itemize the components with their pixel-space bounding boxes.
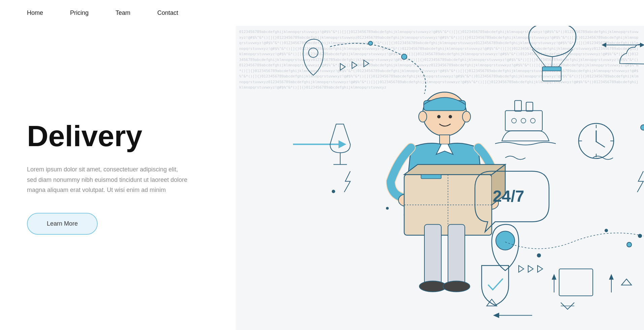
svg-point-70 [512, 119, 516, 123]
nav-contact[interactable]: Contact [157, 9, 178, 16]
svg-point-72 [530, 119, 535, 123]
svg-rect-13 [424, 225, 441, 285]
svg-line-24 [552, 57, 552, 67]
svg-rect-68 [515, 101, 521, 111]
svg-point-71 [521, 119, 526, 123]
svg-point-5 [462, 111, 471, 122]
svg-point-18 [401, 54, 407, 60]
svg-point-15 [419, 281, 446, 292]
svg-marker-66 [339, 140, 346, 148]
svg-point-96 [641, 125, 644, 130]
svg-point-4 [419, 111, 427, 122]
svg-line-25 [558, 50, 573, 67]
svg-marker-22 [364, 60, 369, 67]
svg-line-23 [532, 50, 546, 67]
right-panel: 0123456789abcdefghijklmnopqrstuvwxyz!@#$… [236, 26, 644, 330]
svg-marker-86 [538, 266, 543, 272]
svg-marker-63 [609, 274, 614, 280]
hero-description: Lorem ipsum dolor sit amet, consectetuer… [27, 164, 189, 195]
svg-marker-85 [528, 266, 533, 272]
svg-point-91 [537, 254, 541, 258]
shield-icon [482, 266, 509, 305]
svg-text:24/7: 24/7 [493, 187, 524, 205]
svg-line-75 [596, 142, 605, 147]
svg-marker-61 [552, 274, 556, 280]
navbar: Home Pricing Team Contact [0, 0, 644, 26]
svg-rect-14 [448, 225, 465, 285]
delivery-person [391, 92, 505, 292]
nav-home[interactable]: Home [27, 9, 43, 16]
svg-point-2 [437, 115, 441, 119]
svg-rect-67 [505, 111, 542, 131]
svg-marker-29 [602, 43, 606, 47]
svg-rect-69 [526, 102, 533, 111]
nav-team[interactable]: Team [116, 9, 130, 16]
svg-marker-21 [352, 62, 357, 69]
svg-point-95 [386, 207, 389, 210]
svg-point-17 [309, 48, 318, 58]
svg-point-3 [449, 115, 452, 119]
svg-point-93 [638, 234, 642, 238]
location-pin-tl [303, 39, 323, 75]
cloud-icon [620, 44, 644, 64]
svg-marker-99 [493, 313, 499, 318]
svg-marker-20 [340, 64, 345, 70]
delivery-illustration: 24/7 [236, 26, 644, 330]
svg-point-94 [332, 190, 335, 193]
box-fragile-icon [552, 269, 614, 309]
svg-point-83 [496, 231, 515, 250]
parachute-icon [529, 26, 576, 81]
clock-icon [579, 124, 614, 159]
svg-marker-84 [519, 266, 524, 272]
hero-title: Delivery [27, 121, 209, 151]
svg-point-16 [443, 281, 470, 292]
nav-pricing[interactable]: Pricing [70, 9, 89, 16]
svg-rect-10 [421, 175, 441, 179]
main-layout: Delivery Lorem ipsum dolor sit amet, con… [0, 26, 644, 330]
svg-rect-6 [440, 135, 450, 144]
svg-rect-27 [542, 67, 561, 71]
svg-marker-88 [621, 279, 632, 285]
svg-rect-59 [559, 269, 593, 296]
location-pin-bl [492, 224, 519, 270]
svg-point-92 [605, 229, 608, 232]
learn-more-button[interactable]: Learn More [27, 213, 98, 235]
svg-point-19 [368, 41, 373, 45]
left-panel: Delivery Lorem ipsum dolor sit amet, con… [0, 26, 236, 330]
ship-icon [495, 101, 556, 145]
svg-point-97 [627, 242, 632, 247]
arrow-right-icon [293, 140, 346, 148]
